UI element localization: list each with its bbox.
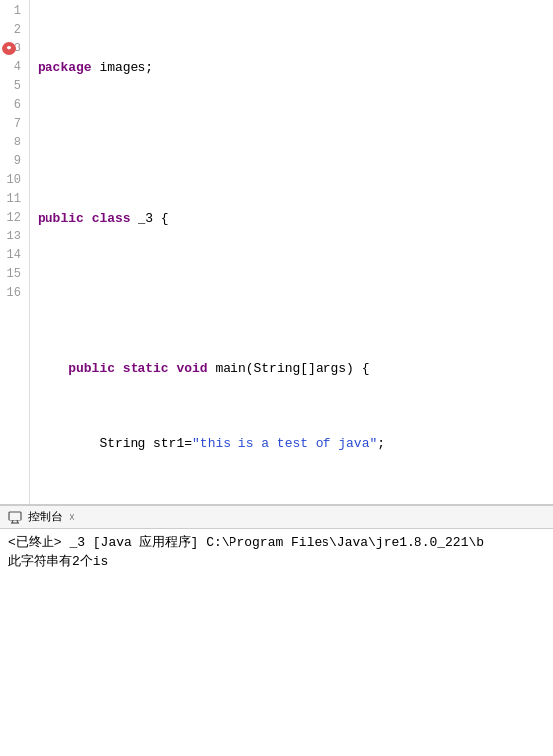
line-number-11: 11	[4, 190, 21, 209]
line-number-9: 9	[4, 152, 21, 171]
line-number-4: 4	[4, 58, 21, 77]
console-area: 控制台 ☓ <已终止> _3 [Java 应用程序] C:\Program Fi…	[0, 505, 553, 754]
line-number-2: 2	[4, 21, 21, 40]
console-close-button[interactable]: ☓	[69, 511, 75, 523]
line-number-1: 1	[4, 2, 21, 21]
console-output-line: 此字符串有2个is	[8, 552, 545, 571]
console-terminated-line: <已终止> _3 [Java 应用程序] C:\Program Files\Ja…	[8, 533, 545, 552]
console-body: <已终止> _3 [Java 应用程序] C:\Program Files\Ja…	[0, 529, 553, 575]
line-number-6: 6	[4, 96, 21, 115]
console-header: 控制台 ☓	[0, 506, 553, 529]
code-line-4	[38, 284, 553, 303]
horizontal-scrollbar[interactable]	[0, 504, 553, 505]
line-number-10: 10	[4, 171, 21, 190]
line-number-3: ● 3	[4, 40, 21, 58]
line-number-16: 16	[4, 284, 21, 303]
line-number-5: 5	[4, 77, 21, 96]
line-number-13: 13	[4, 228, 21, 246]
line-numbers: 1 2 ● 3 4 5 6 7 8 9 10 11 12 13 14 15 16	[0, 0, 30, 504]
error-marker: ●	[2, 42, 16, 55]
line-number-15: 15	[4, 265, 21, 284]
code-line-3: public class _3 {	[38, 209, 553, 228]
code-line-1: package images;	[38, 58, 553, 77]
code-content: package images; public class _3 { public…	[30, 0, 553, 504]
code-line-2	[38, 134, 553, 152]
code-line-5: public static void main(String[]args) {	[38, 359, 553, 378]
line-number-12: 12	[4, 209, 21, 228]
code-editor: 1 2 ● 3 4 5 6 7 8 9 10 11 12 13 14 15 16…	[0, 0, 553, 505]
console-icon	[8, 511, 22, 524]
line-number-14: 14	[4, 246, 21, 265]
line-number-7: 7	[4, 115, 21, 134]
console-title: 控制台	[28, 509, 63, 525]
svg-rect-0	[9, 512, 21, 520]
code-line-6: String str1="this is a test of java";	[38, 434, 553, 453]
line-number-8: 8	[4, 134, 21, 152]
